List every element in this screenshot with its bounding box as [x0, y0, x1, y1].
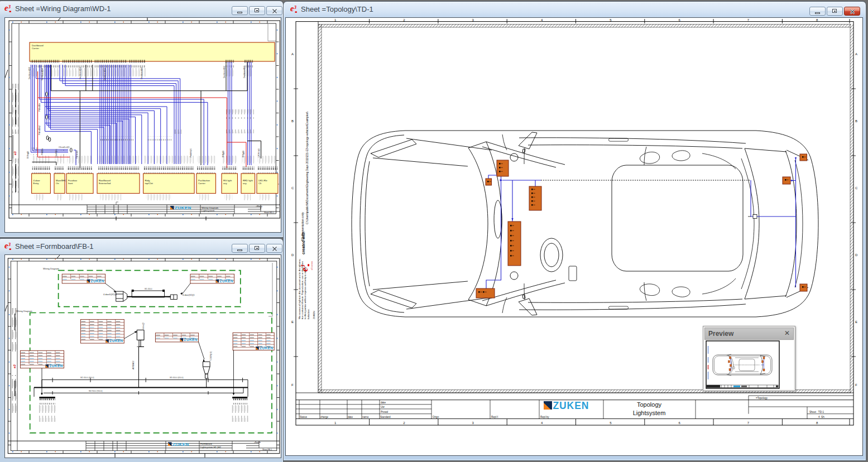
svg-text:+Formb: +Formb: [254, 441, 261, 444]
svg-text:ZUKEN: ZUKEN: [220, 279, 233, 283]
svg-text:e3: e3: [13, 151, 17, 155]
svg-text:6: 6: [679, 18, 681, 22]
svg-text:Wiring Diagram: Wiring Diagram: [43, 267, 59, 270]
svg-text:Topology: Topology: [637, 401, 662, 408]
svg-text:charge: charge: [320, 416, 328, 418]
svg-text:created with: created with: [301, 232, 305, 254]
svg-text:date: date: [348, 416, 353, 418]
svg-text:PWradBik: PWradBik: [39, 103, 41, 112]
svg-text:D: D: [855, 253, 858, 257]
svg-text:1: 1: [334, 18, 337, 22]
svg-text:Formboard: Formboard: [200, 442, 212, 445]
svg-text:Orign: Orign: [433, 416, 439, 418]
svg-text:ZUKEN: ZUKEN: [184, 338, 198, 341]
svg-text:Dashboard(X2: Dashboard(X2: [41, 68, 44, 80]
svg-text:PWdBik: PWdBik: [41, 148, 44, 155]
svg-text:ZUKEN: ZUKEN: [109, 339, 123, 343]
svg-text:Dashboard(X6: Dashboard(X6: [223, 66, 226, 78]
svg-text:Lightsystem: Lightsystem: [202, 209, 215, 212]
svg-text:ZUKEN: ZUKEN: [175, 205, 191, 210]
svg-text:Carrier: Carrier: [198, 182, 205, 185]
svg-text:C: C: [855, 186, 858, 190]
svg-text:ZUKEN: ZUKEN: [91, 279, 104, 283]
svg-text:OLnaD+0(1: OLnaD+0(1: [59, 146, 70, 148]
svg-text:Carrier: Carrier: [32, 47, 39, 50]
svg-text:front: front: [68, 182, 73, 185]
svg-text:Exterior/led: Exterior/led: [99, 182, 111, 185]
svg-text:Usr: Usr: [381, 406, 385, 408]
svg-text:4: 4: [541, 421, 543, 425]
svg-text:T-DOR(n2): T-DOR(n2): [210, 351, 212, 361]
svg-text:2: 2: [403, 18, 405, 22]
svg-text:ZUKEN: ZUKEN: [172, 442, 189, 447]
svg-text:W1 450.0: W1 450.0: [145, 288, 152, 290]
svg-text:1: 1: [334, 421, 337, 425]
svg-text:W4 900.0 (900.0): W4 900.0 (900.0): [89, 390, 103, 392]
svg-text:5: 5: [610, 421, 612, 425]
svg-text:E: E: [855, 320, 857, 324]
svg-text:Sheet TD-1: Sheet TD-1: [809, 411, 824, 413]
svg-text:PWradBik2: PWradBik2: [39, 126, 41, 135]
svg-text:Dashboard(X4: Dashboard(X4: [104, 68, 106, 80]
svg-text:ZUKEN: ZUKEN: [553, 400, 589, 411]
svg-text:ZUKEN: ZUKEN: [50, 364, 63, 368]
svg-text:AIRBAG2: AIRBAG2: [132, 360, 135, 369]
svg-text:3: 3: [472, 421, 474, 425]
svg-text:On: On: [56, 182, 59, 185]
svg-text:Dashboard(X5: Dashboard(X5: [141, 67, 143, 79]
svg-text:8: 8: [816, 18, 818, 22]
svg-text:7: 7: [747, 18, 750, 22]
svg-text:F: F: [291, 383, 294, 387]
svg-text:4 Sh.: 4 Sh.: [818, 416, 825, 418]
svg-text:Lightsystem: Lightsystem: [633, 410, 666, 416]
svg-text:D: D: [291, 253, 294, 257]
svg-text:Dashboard(X7: Dashboard(X7: [243, 66, 246, 78]
svg-text:Repl.f.: Repl.f.: [491, 416, 498, 418]
svg-text:Entry: Entry: [33, 182, 40, 185]
svg-text:A: A: [291, 52, 294, 56]
svg-text:+Wiring: +Wiring: [256, 205, 262, 208]
svg-text:6: 6: [679, 421, 681, 425]
svg-text:3: 3: [472, 18, 474, 22]
svg-text:e3.series: e3.series: [310, 261, 313, 270]
svg-text:W5 650.0 (650.0): W5 650.0 (650.0): [170, 377, 184, 379]
svg-text:F: F: [855, 383, 857, 387]
svg-text:ZUKEN: ZUKEN: [313, 311, 315, 319]
svg-text:Inline(2: Inline(2: [142, 323, 145, 329]
svg-text:B-Mag(X: B-Mag(X: [27, 151, 29, 158]
svg-text:W2 450.0 (450.0): W2 450.0 (450.0): [80, 377, 94, 379]
svg-text:E: E: [291, 320, 294, 324]
svg-text:Clt: Clt: [258, 182, 262, 185]
svg-text:3: 3: [8, 4, 11, 9]
svg-text:Dashboard(X3: Dashboard(X3: [79, 67, 81, 79]
svg-text:B: B: [291, 119, 294, 123]
svg-text:Status: Status: [300, 416, 308, 418]
svg-text:RH(gt(X: RH(gt(X: [222, 150, 224, 157]
svg-text:7: 7: [747, 421, 750, 425]
svg-text:4-door(X2)(1: 4-door(X2)(1: [183, 294, 195, 296]
svg-text:Repl.by: Repl.by: [540, 416, 549, 418]
svg-text:2: 2: [403, 421, 405, 425]
svg-text:LRDM-b(X: LRDM-b(X: [258, 148, 260, 157]
svg-text:5: 5: [610, 18, 612, 22]
svg-text:4-doorD(X2)(1: 4-doorD(X2)(1: [103, 293, 117, 296]
svg-text:8: 8: [816, 421, 818, 425]
svg-text:asy: asy: [223, 182, 227, 185]
svg-text:A: A: [855, 52, 857, 56]
svg-text:date: date: [381, 401, 386, 404]
svg-text:RR(gt(X: RR(gt(X: [242, 150, 244, 157]
svg-text:C: C: [291, 186, 294, 190]
svg-text:Dashboard(X1: Dashboard(X1: [28, 67, 31, 79]
svg-text:Wiring Diagram: Wiring Diagram: [16, 310, 32, 312]
svg-text:C:\Users\public\M\Documents\En: C:\Users\public\M\Documents\Engineering …: [305, 112, 309, 224]
svg-text:forbidden.: forbidden.: [307, 309, 310, 319]
svg-text:Lightsystem H1 (H2: Lightsystem H1 (H2: [200, 446, 221, 449]
svg-text:Lfad-B(X): Lfad-B(X): [55, 149, 57, 157]
svg-text:Pwbbfte(X: Pwbbfte(X: [190, 148, 192, 157]
svg-text:Standard: Standard: [380, 416, 391, 418]
svg-text:3: 3: [8, 242, 11, 247]
svg-text:ZUKEN: ZUKEN: [260, 346, 273, 350]
svg-text:e3: e3: [13, 364, 16, 368]
svg-text:Wiring Diagram: Wiring Diagram: [202, 206, 219, 209]
svg-text:Fwrbox(X: Fwrbox(X: [76, 150, 78, 158]
